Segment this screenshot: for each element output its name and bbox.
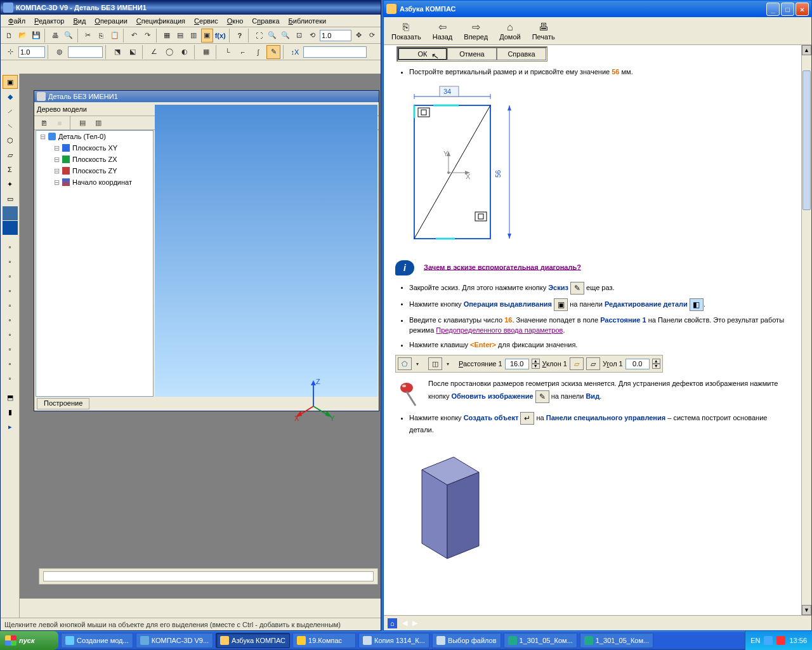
l-icon[interactable]: ⬡ [3,133,18,147]
l-icon[interactable]: ⬒ [3,390,18,404]
tree-tool-icon[interactable]: ▥ [91,116,105,130]
home-icon[interactable]: ⌂ [388,618,397,628]
tray-kaspersky-icon[interactable] [776,636,785,645]
step-input[interactable] [18,46,45,58]
scrollbar[interactable]: ▲ ▼ [801,45,811,615]
zoom-window-icon[interactable]: ⊡ [293,29,305,43]
scroll-up-icon[interactable]: ▲ [802,45,811,55]
help-печать-button[interactable]: 🖶Печать [532,22,555,41]
l-icon[interactable]: ⟍ [3,119,18,133]
undo-icon[interactable]: ↶ [128,29,140,43]
tree-node[interactable]: ⊟ Деталь (Тел-0) [36,131,153,142]
l-icon[interactable]: ▫ [3,284,18,298]
l-icon[interactable]: ◆ [3,90,18,103]
aux-icon[interactable]: ⌐ [236,45,250,59]
minimize-button[interactable]: _ [766,3,780,16]
zoom-in-icon[interactable]: 🔍 [266,29,278,43]
tool-icon[interactable]: ▣ [201,29,213,43]
taskbar-item[interactable]: Выбор файлов [432,633,501,648]
l-icon[interactable]: ▱ [3,148,18,162]
l-icon[interactable] [3,221,18,235]
l-icon[interactable]: ▫ [3,255,18,269]
help-button[interactable]: Справка [497,48,546,60]
new-icon[interactable]: 🗋 [3,29,15,43]
layer-input[interactable] [68,46,103,58]
zoom-prev-icon[interactable]: ⟲ [306,29,318,43]
tool-icon[interactable]: ▦ [161,29,173,43]
tree-node[interactable]: ⊟ Плоскость XY [36,142,153,154]
aux-icon[interactable]: ⬕ [126,45,140,59]
tree-tool-icon[interactable]: ≡ [53,116,67,130]
menu-справка[interactable]: Справка [248,16,283,26]
zoom-fit-icon[interactable]: ⛶ [253,29,265,43]
clock[interactable]: 13:56 [789,637,807,644]
save-icon[interactable]: 💾 [30,29,42,43]
redo-icon[interactable]: ↷ [141,29,154,43]
preview-icon[interactable]: 🔍 [63,29,75,43]
fx-icon[interactable]: f(x) [214,29,226,43]
l-icon[interactable]: ▫ [3,240,18,254]
cut-icon[interactable]: ✂ [82,29,94,43]
l-icon[interactable]: ▫ [3,298,18,312]
l-icon[interactable]: ▫ [3,269,18,283]
tree-node[interactable]: ⊟ Плоскость ZY [36,165,153,176]
maximize-button[interactable]: □ [781,3,794,16]
menu-файл[interactable]: Файл [4,16,29,26]
taskbar-item[interactable]: КОМПАС-3D V9... [136,633,213,648]
info-link[interactable]: Зачем в эскизе вспомогательная диагональ… [424,263,581,270]
aux-icon[interactable]: ◯ [162,45,176,59]
l-icon[interactable]: ▫ [3,371,18,385]
direction-icon[interactable]: ⬠ [398,357,412,370]
start-button[interactable]: пуск [0,631,58,650]
menu-вид[interactable]: Вид [69,16,89,26]
dropdown-icon[interactable]: ▾ [414,361,421,367]
menu-библиотеки[interactable]: Библиотеки [285,16,331,26]
aux-icon[interactable]: ∠ [147,45,161,59]
help-вперед-button[interactable]: ⇨Вперед [464,22,488,41]
l-icon[interactable]: Σ [3,162,18,176]
expand-icon[interactable]: ▸ [3,420,18,434]
taskbar-item[interactable]: Создание мод... [61,633,133,648]
menu-окно[interactable]: Окно [223,16,247,26]
paste-icon[interactable]: 📋 [108,29,121,43]
l-icon[interactable]: ▭ [3,192,18,206]
aux-icon[interactable]: ◐ [178,45,192,59]
lang-indicator[interactable]: EN [750,637,760,644]
slope2-icon[interactable]: ▱ [586,357,600,370]
grid-icon[interactable]: ▦ [199,45,213,59]
l-icon[interactable] [3,206,18,220]
fwd-icon[interactable]: ▶ [412,619,417,627]
dropdown-icon[interactable]: ▾ [445,361,451,367]
tray-icon[interactable] [764,636,773,645]
back-icon[interactable]: ◀ [402,619,407,627]
print-icon[interactable]: 🖶 [49,29,62,43]
xy-label-icon[interactable]: ↕X [288,45,302,59]
help-назад-button[interactable]: ⇦Назад [433,22,453,41]
copy-icon[interactable]: ⎘ [95,29,107,43]
link-predefined[interactable]: Предопределенного ввода параметров [436,326,563,334]
aux-icon[interactable]: ∫ [251,45,265,59]
tree-tool-icon[interactable]: ▤ [75,116,89,130]
snap-icon[interactable]: ⊹ [3,45,17,59]
viewport-3d[interactable]: Z X Y [155,105,377,397]
help-домой-button[interactable]: ⌂Домой [499,22,521,41]
aux-icon[interactable]: ⬔ [110,45,124,59]
tool-icon[interactable]: ▥ [188,29,200,43]
tab-build[interactable]: Построение [37,398,89,409]
zoom-input[interactable] [320,30,351,41]
taskbar-item[interactable]: 1_301_05_Ком... [580,633,653,648]
menu-спецификация[interactable]: Спецификация [133,16,189,26]
sketch-icon[interactable]: ✎ [266,45,280,59]
menu-сервис[interactable]: Сервис [190,16,222,26]
taskbar-item[interactable]: 19.Компас [292,633,356,648]
help-показать-button[interactable]: ⎘Показать [391,22,421,41]
cancel-button[interactable]: Отмена [447,48,497,60]
ok-button[interactable]: ОК↖ [398,48,447,60]
l-icon[interactable]: ▫ [3,342,18,356]
menu-операции[interactable]: Операции [91,16,131,26]
l-icon[interactable]: ▫ [3,328,18,342]
tree-tool-icon[interactable]: 🖹 [37,116,51,130]
l-icon[interactable]: ▫ [3,357,18,371]
pan-icon[interactable]: ✥ [353,29,365,43]
spinner[interactable]: ▲▼ [532,359,540,369]
